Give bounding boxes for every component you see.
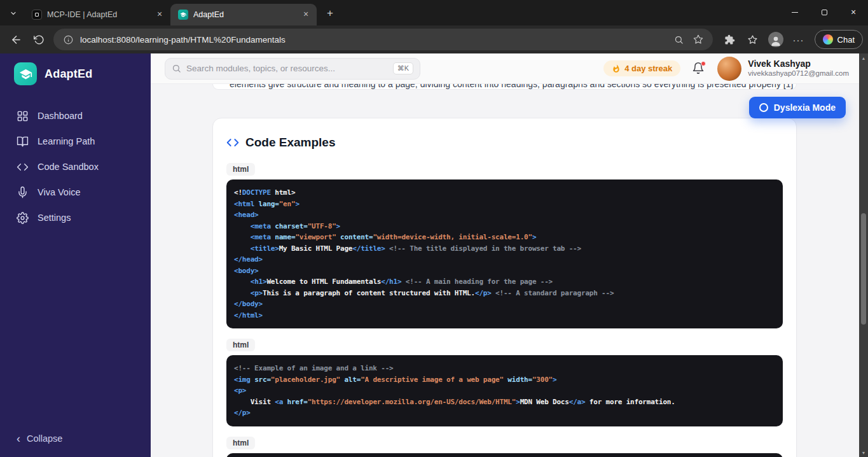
code-line: <h1>Welcome to HTML Fundamentals</h1> <!… [234, 276, 775, 288]
code-line: <!DOCTYPE html> [234, 187, 775, 199]
extensions-button[interactable] [719, 29, 741, 50]
sidebar-item-settings[interactable]: Settings [0, 205, 151, 230]
header-right-cluster: 4 day streak Vivek Kashyap vivekkashyap0… [603, 57, 849, 81]
user-profile[interactable]: Vivek Kashyap vivekkashyap0712@gmail.com [717, 57, 849, 81]
tab-mcp-ide[interactable]: MCP-IDE | AdaptEd × [24, 4, 170, 25]
url-text: localhost:8080/learning-path/HTML%20Fund… [80, 35, 667, 45]
sidebar-item-label: Code Sandbox [38, 162, 99, 172]
code-line: <meta name="viewport" content="width=dev… [234, 232, 775, 243]
tab-search-button[interactable] [5, 5, 22, 22]
browser-avatar-icon [768, 32, 783, 47]
section-header: Code Examples [226, 134, 783, 151]
info-icon [64, 35, 73, 45]
gear-icon [17, 212, 29, 224]
microphone-icon [17, 186, 29, 199]
dyslexia-mode-button[interactable]: Dyslexia Mode [749, 97, 846, 118]
browser-toolbar: localhost:8080/learning-path/HTML%20Fund… [0, 25, 868, 53]
minimize-button[interactable] [780, 0, 809, 24]
page-scrollbar[interactable]: ▲ ▼ [859, 53, 868, 457]
scrollbar-thumb[interactable] [861, 213, 866, 325]
mcp-ide-favicon [32, 10, 42, 20]
site-info-button[interactable] [61, 32, 75, 46]
scroll-down-button[interactable]: ▼ [859, 448, 868, 457]
search-icon [674, 35, 684, 45]
search-icon [172, 64, 181, 73]
copilot-icon [823, 34, 833, 45]
new-tab-button[interactable]: + [322, 5, 338, 22]
chat-label: Chat [837, 35, 855, 45]
scroll-up-button[interactable]: ▲ [859, 53, 868, 62]
app-shell: AdaptEd Dashboard Learning Path Code San… [0, 53, 868, 457]
ellipsis-icon: ··· [793, 34, 804, 45]
tab-adapted[interactable]: AdaptEd × [170, 4, 317, 25]
browser-menu-button[interactable]: ··· [788, 29, 809, 50]
streak-label: 4 day streak [624, 64, 672, 73]
maximize-button[interactable] [809, 0, 839, 24]
code-line: <p> [234, 385, 775, 397]
language-badge: html [226, 163, 255, 176]
graduation-cap-icon [14, 62, 37, 85]
code-block: <!-- Example of an image and a link --><… [226, 355, 783, 426]
reload-button[interactable] [28, 29, 50, 50]
code-block: <!DOCTYPE html><html lang="en"><head> <m… [226, 179, 783, 328]
circle-icon [759, 103, 768, 112]
sidebar-item-viva-voice[interactable]: Viva Voice [0, 179, 151, 205]
sidebar-item-label: Dashboard [38, 111, 83, 121]
main-area: ⌘K 4 day streak Vivek Kashyap [151, 53, 868, 457]
favorites-star-icon [747, 34, 758, 45]
global-search[interactable]: ⌘K [165, 58, 420, 80]
toolbar-right-cluster: ··· Chat [719, 29, 863, 50]
clipped-previous-card: elements give structure and meaning to a… [212, 84, 797, 90]
code-line: <meta charset="UTF-8"> [234, 221, 775, 232]
code-examples-card: Code Examples html <!DOCTYPE html><html … [212, 118, 797, 457]
address-search-button[interactable] [672, 32, 686, 46]
sidebar-item-code-sandbox[interactable]: Code Sandbox [0, 154, 151, 179]
search-input[interactable] [186, 64, 388, 73]
language-badge: html [226, 339, 255, 351]
notifications-button[interactable] [692, 62, 706, 76]
maximize-icon [822, 10, 827, 15]
sidebar-collapse-button[interactable]: ‹ Collapse [0, 433, 151, 457]
language-badge: html [226, 437, 255, 449]
copilot-chat-button[interactable]: Chat [815, 30, 863, 49]
flame-icon [612, 64, 621, 73]
chevron-down-icon [10, 10, 17, 17]
brand-name: AdaptEd [45, 67, 92, 81]
minimize-icon [792, 12, 798, 13]
profile-button[interactable] [765, 29, 787, 50]
shortcut-badge: ⌘K [393, 62, 413, 74]
favorite-star-button[interactable] [691, 32, 705, 46]
code-block [226, 453, 783, 457]
section-title: Code Examples [245, 136, 336, 150]
code-icon [17, 161, 29, 173]
user-avatar [717, 57, 741, 81]
sidebar: AdaptEd Dashboard Learning Path Code San… [0, 53, 151, 457]
code-line: </body> [234, 299, 775, 310]
tab-close-icon[interactable]: × [154, 9, 165, 20]
code-line: <body> [234, 265, 775, 277]
book-open-icon [17, 136, 29, 148]
sidebar-item-label: Settings [38, 213, 71, 223]
sidebar-item-dashboard[interactable]: Dashboard [0, 103, 151, 129]
sidebar-item-learning-path[interactable]: Learning Path [0, 129, 151, 154]
code-line: </head> [234, 254, 775, 265]
code-line: </p> [234, 407, 775, 419]
tab-title: MCP-IDE | AdaptEd [47, 10, 149, 19]
code-line: <head> [234, 209, 775, 221]
streak-badge[interactable]: 4 day streak [603, 60, 680, 76]
app-header: ⌘K 4 day streak Vivek Kashyap [151, 53, 868, 84]
code-icon [226, 136, 239, 149]
chevron-left-icon: ‹ [17, 433, 20, 444]
scrollbar-track[interactable] [859, 62, 868, 448]
puzzle-piece-icon [724, 34, 735, 45]
dyslexia-mode-label: Dyslexia Mode [774, 102, 836, 113]
brand-logo[interactable]: AdaptEd [0, 53, 151, 92]
favorites-bar-button[interactable] [742, 29, 764, 50]
address-bar[interactable]: localhost:8080/learning-path/HTML%20Fund… [53, 29, 713, 50]
code-line: <title>My Basic HTML Page</title> <!-- T… [234, 243, 775, 255]
window-close-button[interactable]: × [839, 0, 868, 24]
page-content: elements give structure and meaning to a… [151, 84, 868, 457]
sidebar-nav: Dashboard Learning Path Code Sandbox Viv… [0, 103, 151, 230]
tab-close-icon[interactable]: × [300, 9, 312, 20]
back-button[interactable] [5, 29, 27, 50]
